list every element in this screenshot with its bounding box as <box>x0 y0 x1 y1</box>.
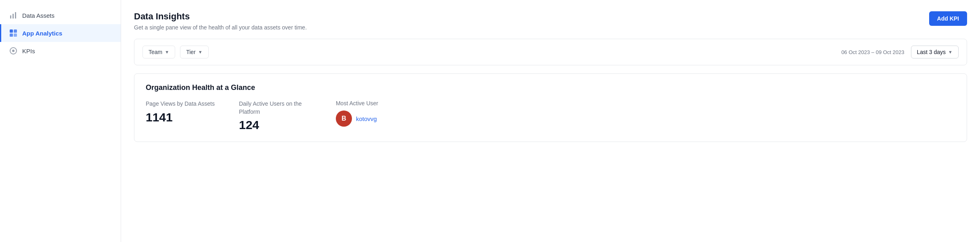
sidebar: Data Assets App Analytics KPIs <box>0 0 121 242</box>
filter-left: Team ▼ Tier ▼ <box>142 46 209 58</box>
health-card: Organization Health at a Glance Page Vie… <box>134 73 967 142</box>
chart-icon <box>9 11 17 19</box>
page-subtitle: Get a single pane view of the health of … <box>134 24 307 31</box>
metric-page-views-label: Page Views by Data Assets <box>146 100 215 108</box>
svg-rect-4 <box>14 29 17 33</box>
metric-page-views: Page Views by Data Assets 1141 <box>146 100 215 124</box>
analytics-icon <box>9 29 17 37</box>
date-preset-label: Last 3 days <box>917 49 946 55</box>
date-preset-button[interactable]: Last 3 days ▼ <box>911 46 959 58</box>
tier-filter-label: Tier <box>186 49 196 55</box>
user-row: B kotovvg <box>336 111 378 127</box>
health-card-title: Organization Health at a Glance <box>146 83 955 92</box>
filter-bar: Team ▼ Tier ▼ 06 Oct 2023 – 09 Oct 2023 … <box>134 39 967 65</box>
sidebar-item-label-kpis: KPIs <box>22 48 35 54</box>
most-active-user-label: Most Active User <box>336 100 378 106</box>
page-title: Data Insights <box>134 11 307 22</box>
metric-dau-value: 124 <box>239 118 312 132</box>
most-active-user: Most Active User B kotovvg <box>336 100 378 127</box>
team-filter-button[interactable]: Team ▼ <box>142 46 175 58</box>
sidebar-item-app-analytics[interactable]: App Analytics <box>0 24 121 42</box>
sidebar-item-label-app-analytics: App Analytics <box>22 30 62 37</box>
date-range-text: 06 Oct 2023 – 09 Oct 2023 <box>841 49 904 55</box>
svg-point-8 <box>12 50 15 52</box>
tier-chevron-icon: ▼ <box>198 50 203 54</box>
metric-dau-label: Daily Active Users on the Platform <box>239 100 312 116</box>
svg-rect-6 <box>14 33 17 37</box>
kpi-icon <box>9 47 17 55</box>
add-kpi-button[interactable]: Add KPI <box>929 11 967 26</box>
avatar: B <box>336 111 352 127</box>
team-filter-label: Team <box>149 49 162 55</box>
metric-daily-active-users: Daily Active Users on the Platform 124 <box>239 100 312 132</box>
tier-filter-button[interactable]: Tier ▼ <box>180 46 208 58</box>
sidebar-item-label-data-assets: Data Assets <box>22 12 54 19</box>
svg-rect-0 <box>10 15 11 19</box>
main-content: Data Insights Get a single pane view of … <box>121 0 980 242</box>
svg-rect-5 <box>10 33 13 37</box>
svg-rect-2 <box>15 12 16 19</box>
filter-right: 06 Oct 2023 – 09 Oct 2023 Last 3 days ▼ <box>841 46 959 58</box>
header-left: Data Insights Get a single pane view of … <box>134 11 307 31</box>
username[interactable]: kotovvg <box>356 115 377 122</box>
sidebar-item-data-assets[interactable]: Data Assets <box>0 6 121 24</box>
team-chevron-icon: ▼ <box>165 50 169 54</box>
svg-rect-3 <box>10 29 13 33</box>
metric-page-views-value: 1141 <box>146 111 215 124</box>
metrics-row: Page Views by Data Assets 1141 Daily Act… <box>146 100 955 132</box>
svg-rect-1 <box>13 14 14 19</box>
date-preset-chevron-icon: ▼ <box>948 50 953 54</box>
sidebar-item-kpis[interactable]: KPIs <box>0 42 121 60</box>
page-header: Data Insights Get a single pane view of … <box>134 11 967 31</box>
